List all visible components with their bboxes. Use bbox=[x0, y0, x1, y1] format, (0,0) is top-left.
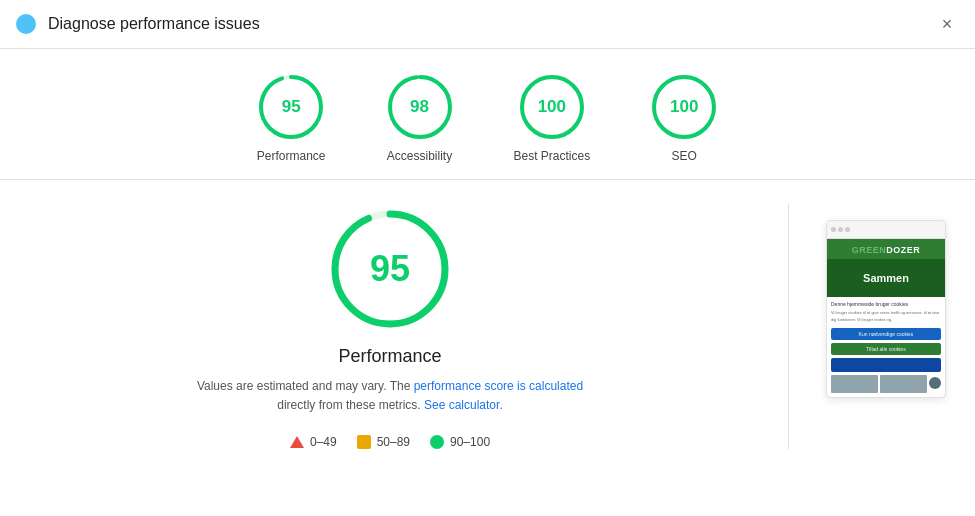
performance-circle: 95 bbox=[257, 73, 325, 141]
hero-text: Sammen bbox=[863, 272, 909, 284]
left-panel: 95 Performance Values are estimated and … bbox=[24, 204, 756, 449]
browser-bar bbox=[827, 221, 945, 239]
average-icon bbox=[357, 435, 371, 449]
description-end: . bbox=[499, 398, 502, 412]
best-practices-score: 100 bbox=[538, 97, 566, 117]
product-img-1 bbox=[831, 375, 878, 393]
score-item-accessibility[interactable]: 98 Accessibility bbox=[386, 73, 454, 163]
accessibility-score: 98 bbox=[410, 97, 429, 117]
good-icon bbox=[430, 435, 444, 449]
big-performance-label: Performance bbox=[338, 346, 441, 367]
vertical-divider bbox=[788, 204, 789, 449]
description-text: Values are estimated and may vary. The bbox=[197, 379, 410, 393]
best-practices-label: Best Practices bbox=[514, 149, 591, 163]
score-item-seo[interactable]: 100 SEO bbox=[650, 73, 718, 163]
product-img-2 bbox=[880, 375, 927, 393]
performance-score: 95 bbox=[282, 97, 301, 117]
legend-good: 90–100 bbox=[430, 435, 490, 449]
blue-section bbox=[831, 358, 941, 372]
legend-average: 50–89 bbox=[357, 435, 410, 449]
close-button[interactable]: × bbox=[935, 12, 959, 36]
best-practices-circle: 100 bbox=[518, 73, 586, 141]
right-panel: GREENDOZER Sammen Denne hjemmeside bruge… bbox=[821, 204, 951, 449]
header: Diagnose performance issues × bbox=[0, 0, 975, 49]
necessary-cookies-btn: Kun nødvendige cookies bbox=[831, 328, 941, 340]
score-item-performance[interactable]: 95 Performance bbox=[257, 73, 326, 163]
hero-section: Sammen bbox=[827, 259, 945, 297]
legend-fail: 0–49 bbox=[290, 435, 337, 449]
main-content: 95 Performance Values are estimated and … bbox=[0, 180, 975, 465]
product-images bbox=[831, 375, 941, 393]
calculator-link[interactable]: See calculator bbox=[424, 398, 499, 412]
good-range: 90–100 bbox=[450, 435, 490, 449]
cookie-title: Denne hjemmeside bruger cookies Vi bruge… bbox=[831, 301, 941, 324]
legend: 0–49 50–89 90–100 bbox=[290, 435, 490, 449]
big-performance-score: 95 bbox=[370, 248, 410, 290]
site-logo: GREENDOZER bbox=[833, 245, 939, 255]
bar-dot-2 bbox=[838, 227, 843, 232]
cookie-modal: Denne hjemmeside bruger cookies Vi bruge… bbox=[827, 297, 945, 397]
header-title: Diagnose performance issues bbox=[48, 15, 260, 33]
score-item-best-practices[interactable]: 100 Best Practices bbox=[514, 73, 591, 163]
bar-dot-3 bbox=[845, 227, 850, 232]
site-header: GREENDOZER bbox=[827, 239, 945, 259]
seo-circle: 100 bbox=[650, 73, 718, 141]
header-icon bbox=[16, 14, 36, 34]
seo-score: 100 bbox=[670, 97, 698, 117]
score-description: Values are estimated and may vary. The p… bbox=[180, 377, 600, 415]
fail-range: 0–49 bbox=[310, 435, 337, 449]
seo-label: SEO bbox=[672, 149, 697, 163]
accessibility-label: Accessibility bbox=[387, 149, 452, 163]
performance-score-link[interactable]: performance score is calculated bbox=[414, 379, 583, 393]
product-badge bbox=[929, 377, 941, 389]
website-screenshot: GREENDOZER Sammen Denne hjemmeside bruge… bbox=[826, 220, 946, 398]
performance-label: Performance bbox=[257, 149, 326, 163]
average-range: 50–89 bbox=[377, 435, 410, 449]
big-performance-circle: 95 bbox=[325, 204, 455, 334]
description-mid: directly from these metrics. bbox=[277, 398, 424, 412]
bar-dot-1 bbox=[831, 227, 836, 232]
score-summary: 95 Performance 98 Accessibility 100 Best… bbox=[0, 49, 975, 180]
allow-all-btn: Tillad alle cookies bbox=[831, 343, 941, 355]
fail-icon bbox=[290, 436, 304, 448]
accessibility-circle: 98 bbox=[386, 73, 454, 141]
